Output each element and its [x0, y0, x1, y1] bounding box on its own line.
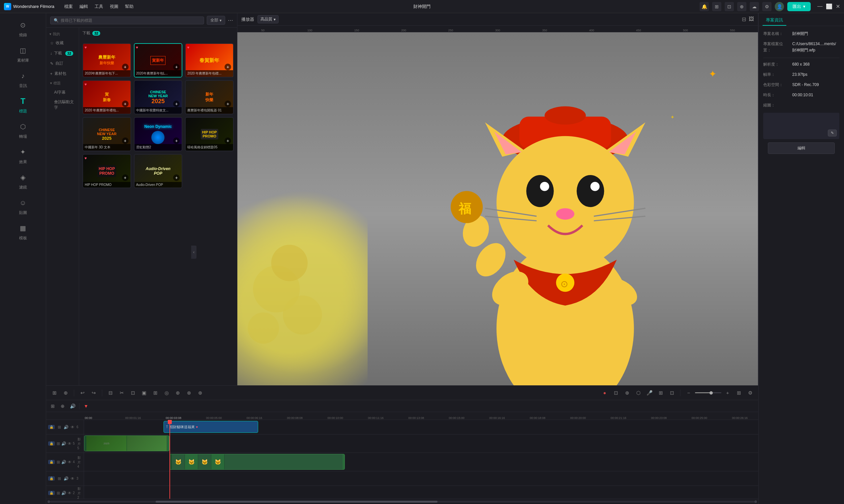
media-item-7[interactable]: CHINESENEW YEAR2025 + 中國新年 3D 文本: [83, 117, 131, 151]
menu-tools[interactable]: 工具: [95, 4, 103, 10]
notification-icon[interactable]: 🔔: [700, 2, 709, 11]
track-6-icon2[interactable]: 🔊: [63, 425, 69, 430]
tl-record-btn[interactable]: ●: [600, 389, 609, 397]
toolbar-sticker[interactable]: ☺ 貼圖: [0, 194, 46, 219]
tl-more4-btn[interactable]: ⊗: [185, 389, 193, 397]
tl-split-btn[interactable]: ⊡: [668, 389, 676, 397]
nav-ai-subtitles[interactable]: AI字幕: [46, 88, 79, 97]
split-view-icon[interactable]: ⊟: [742, 16, 746, 22]
track-4-lock[interactable]: 🔒: [48, 460, 55, 464]
nav-voice-driven[interactable]: 會訊驅動文字: [46, 97, 79, 112]
edit-full-button[interactable]: 編輯: [768, 142, 835, 154]
add-button-9[interactable]: +: [225, 138, 231, 144]
track-2-icon1[interactable]: ⊞: [57, 490, 60, 496]
tl-undo-btn[interactable]: ↩: [78, 389, 87, 397]
video-clip-5[interactable]: 2025: [84, 435, 169, 451]
ts-tracks-icon[interactable]: ⊞: [49, 402, 57, 410]
nav-downloads[interactable]: ↓ 下載 32: [46, 48, 79, 58]
media-item-11[interactable]: Audio-DrivenPOP + Audio-Driven POP: [134, 154, 183, 188]
more-options-button[interactable]: ⋯: [228, 17, 233, 23]
track-5-icon2[interactable]: 🔊: [61, 441, 66, 446]
zoom-out-btn[interactable]: −: [684, 389, 693, 397]
export-button[interactable]: 匯出 ▾: [787, 2, 811, 11]
track-6-icon3[interactable]: 👁: [70, 425, 75, 430]
track-5-icon3[interactable]: 👁: [68, 441, 72, 446]
nav-packs[interactable]: + 素材包: [46, 69, 79, 79]
nav-favorites[interactable]: ☆ 收藏: [46, 38, 79, 48]
tl-marker-btn[interactable]: ⊞: [657, 389, 665, 397]
track-2-icon2[interactable]: 🔊: [61, 490, 66, 496]
nav-custom[interactable]: ✎ 自訂: [46, 58, 79, 69]
cloud-icon[interactable]: ☁: [750, 2, 759, 11]
panel-collapse-button[interactable]: ‹: [191, 246, 197, 259]
account-icon[interactable]: 👤: [775, 2, 784, 11]
tl-expand-btn[interactable]: ⊕: [196, 389, 204, 397]
quality-selector[interactable]: 高品質 ▾: [257, 15, 279, 23]
add-button-10[interactable]: +: [122, 174, 129, 181]
zoom-slider[interactable]: [695, 392, 721, 393]
title-clip[interactable]: T 招財貓咪送福來 ♥: [163, 421, 258, 433]
search-container[interactable]: 🔍: [50, 17, 204, 24]
filter-button[interactable]: 全部 ▾: [207, 16, 225, 25]
tl-settings2-btn[interactable]: ⚙: [746, 389, 754, 397]
toolbar-filter[interactable]: ◈ 濾鏡: [0, 168, 46, 194]
ts-link-icon[interactable]: ⊕: [59, 402, 67, 410]
toolbar-audio[interactable]: ♪ 音訊: [0, 67, 46, 92]
tl-shield-btn[interactable]: ⬡: [634, 389, 643, 397]
toolbar-burn[interactable]: ⊙ 燒錄: [0, 16, 46, 41]
community-icon[interactable]: ⊞: [712, 2, 721, 11]
menu-edit[interactable]: 編輯: [79, 4, 88, 10]
tl-more1-btn[interactable]: ⊞: [151, 389, 160, 397]
media-item-3[interactable]: 春賀新年 ♥ + 2020 年農曆新年包標...: [185, 43, 234, 77]
track-3-icon1[interactable]: ⊞: [57, 476, 62, 481]
import-icon[interactable]: ⊕: [737, 2, 747, 11]
track-2-icon3[interactable]: 👁: [68, 490, 72, 496]
toolbar-material[interactable]: ◫ 素材庫: [0, 41, 46, 67]
track-3-lock[interactable]: 🔒: [48, 476, 55, 481]
scrollbar-track[interactable]: [50, 501, 754, 503]
tl-transform-btn[interactable]: ▣: [140, 389, 148, 397]
add-button-7[interactable]: +: [122, 138, 129, 144]
maximize-button[interactable]: ⬜: [826, 3, 832, 10]
media-item-9[interactable]: HIP HOPPROMO + 嘻哈風格促銷標題05: [185, 117, 234, 151]
toolbar-text[interactable]: T 標題: [0, 92, 46, 118]
tl-snap2-btn[interactable]: ⊕: [623, 389, 631, 397]
track-4-icon2[interactable]: 🔊: [61, 460, 66, 465]
screen-record-icon[interactable]: ⊡: [725, 2, 734, 11]
tl-mic-btn[interactable]: 🎤: [645, 389, 654, 397]
tl-playback-btn[interactable]: ⊡: [612, 389, 620, 397]
tl-cut-btn[interactable]: ✂: [118, 389, 126, 397]
zoom-in-btn[interactable]: +: [723, 389, 732, 397]
menu-file[interactable]: 檔案: [64, 4, 73, 10]
add-button-4[interactable]: +: [122, 101, 129, 107]
media-item-4[interactable]: 賀新春 ♥ + 2020 年農曆新年禮包...: [83, 80, 131, 114]
tl-redo-btn[interactable]: ↪: [89, 389, 98, 397]
track-6-lock[interactable]: 🔒: [48, 425, 55, 429]
track-2-lock[interactable]: 🔒: [48, 491, 55, 495]
search-input[interactable]: [61, 18, 200, 23]
toolbar-template[interactable]: ▦ 模板: [0, 219, 46, 244]
my-section-header[interactable]: ▾ 我的: [46, 30, 79, 38]
track-3-icon3[interactable]: 👁: [70, 476, 75, 481]
menu-view[interactable]: 視圖: [110, 4, 118, 10]
thumbnail-edit-button[interactable]: ✎: [828, 129, 837, 137]
media-item-5[interactable]: CHINESENEW YEAR2025 + 中國新年視覺特效文...: [134, 80, 183, 114]
scroll-start-btn[interactable]: [48, 500, 50, 503]
media-item-2[interactable]: 賀新年 ♥ + 2020年農曆新年包L...: [134, 43, 183, 77]
settings-icon[interactable]: ⚙: [762, 2, 771, 11]
ts-playhead-icon[interactable]: ▼: [82, 402, 90, 410]
track-5-icon1[interactable]: ⊞: [57, 441, 60, 446]
tl-more3-btn[interactable]: ⊕: [174, 389, 182, 397]
tl-add-btn[interactable]: ⊕: [61, 389, 70, 397]
media-item-6[interactable]: 新年快樂 + 農曆新年禮包開瓶器 01: [185, 80, 234, 114]
ts-audio-icon[interactable]: 🔊: [69, 402, 76, 410]
media-item-10[interactable]: HIP HOPPROMO ♥ + HIP HOP PROMO: [83, 154, 131, 188]
toolbar-transition[interactable]: ⬡ 轉場: [0, 118, 46, 143]
track-4-icon1[interactable]: ⊞: [57, 460, 60, 465]
track-6-icon1[interactable]: ⊞: [57, 425, 62, 430]
add-button-3[interactable]: +: [225, 64, 231, 70]
add-button-6[interactable]: +: [225, 101, 231, 107]
video-clip-4[interactable]: 🐱 🐱 🐱 🐱: [169, 454, 345, 470]
menu-help[interactable]: 幫助: [125, 4, 133, 10]
tab-project-info[interactable]: 專案資訊: [762, 15, 786, 26]
